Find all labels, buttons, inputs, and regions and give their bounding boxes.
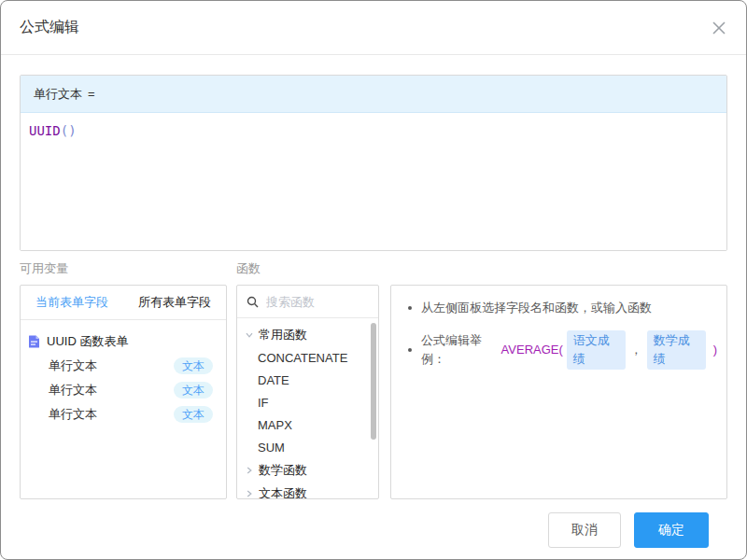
equals-sign: = <box>88 87 95 101</box>
function-search-bar <box>237 286 378 318</box>
group-label: 数学函数 <box>259 462 307 479</box>
group-common-functions[interactable]: 常用函数 <box>237 323 378 346</box>
tab-all-form-fields[interactable]: 所有表单字段 <box>123 286 226 319</box>
field-name: 单行文本 <box>49 406 97 423</box>
code-token-parens: () <box>61 123 77 138</box>
tip-close-paren: ) <box>713 341 717 359</box>
group-math-functions[interactable]: 数学函数 <box>237 458 378 482</box>
form-node-label: UUID 函数表单 <box>47 333 128 350</box>
form-document-icon <box>28 335 40 348</box>
cancel-button[interactable]: 取消 <box>548 512 621 548</box>
field-row[interactable]: 单行文本 文本 <box>21 354 226 378</box>
function-item-date[interactable]: DATE <box>237 369 378 391</box>
dialog-body: 单行文本 = UUID() 可用变量 当前表单字段 所有表单字段 <box>1 75 746 548</box>
variables-column: 可用变量 当前表单字段 所有表单字段 <box>20 260 227 499</box>
field-row[interactable]: 单行文本 文本 <box>21 402 226 427</box>
functions-label: 函数 <box>236 260 379 277</box>
tree-form-node[interactable]: UUID 函数表单 <box>21 329 226 354</box>
dialog-footer: 取消 确定 <box>20 499 727 548</box>
tips-column: 从左侧面板选择字段名和函数，或输入函数 公式编辑举例： AVERAGE( 语文成… <box>390 260 727 499</box>
variables-tree: UUID 函数表单 单行文本 文本 单行文本 文本 单行文本 文本 <box>21 320 226 427</box>
tip-text: 从左侧面板选择字段名和函数，或输入函数 <box>421 299 652 317</box>
tab-current-form-fields[interactable]: 当前表单字段 <box>21 286 123 319</box>
function-search-input[interactable] <box>266 295 369 309</box>
functions-column: 函数 <box>236 260 379 499</box>
group-label: 常用函数 <box>259 327 307 343</box>
code-token-function: UUID <box>29 123 61 138</box>
field-chip-chinese-score: 语文成绩 <box>567 330 626 370</box>
tip-comma: ， <box>630 341 642 359</box>
function-item-sum[interactable]: SUM <box>237 436 378 458</box>
formula-code-input[interactable]: UUID() <box>21 113 726 250</box>
field-name: 单行文本 <box>49 382 97 399</box>
field-type-badge: 文本 <box>174 382 213 399</box>
function-list: 常用函数 CONCATENATE DATE IF MAPX SUM 数学函数 <box>237 318 378 499</box>
function-list-scrollbar[interactable] <box>371 323 376 440</box>
field-row[interactable]: 单行文本 文本 <box>21 378 226 402</box>
formula-edit-dialog: 公式编辑 单行文本 = UUID() 可用变量 当前表 <box>0 0 747 560</box>
field-type-badge: 文本 <box>174 357 213 374</box>
field-chip-math-score: 数学成绩 <box>647 330 706 370</box>
formula-editor: 单行文本 = UUID() <box>20 75 727 251</box>
group-label: 文本函数 <box>259 485 307 500</box>
formula-target-field: 单行文本 <box>34 86 82 103</box>
confirm-button[interactable]: 确定 <box>634 512 709 548</box>
field-name: 单行文本 <box>49 357 97 374</box>
function-item-mapx[interactable]: MAPX <box>237 413 378 436</box>
functions-panel: 常用函数 CONCATENATE DATE IF MAPX SUM 数学函数 <box>236 285 379 499</box>
formula-target-bar: 单行文本 = <box>21 76 726 113</box>
bullet-dot <box>408 306 412 310</box>
bullet-dot <box>408 348 412 352</box>
chevron-right-icon <box>245 489 254 498</box>
variables-panel: 当前表单字段 所有表单字段 <box>20 285 227 499</box>
function-item-if[interactable]: IF <box>237 391 378 413</box>
tips-panel: 从左侧面板选择字段名和函数，或输入函数 公式编辑举例： AVERAGE( 语文成… <box>390 285 727 499</box>
dialog-title: 公式编辑 <box>20 18 79 37</box>
variables-tabs: 当前表单字段 所有表单字段 <box>21 286 226 320</box>
field-type-badge: 文本 <box>174 406 213 423</box>
tip-line-2: 公式编辑举例： AVERAGE( 语文成绩 ， 数学成绩 ) <box>404 330 717 370</box>
dialog-header: 公式编辑 <box>1 1 746 55</box>
search-icon <box>247 296 259 308</box>
group-text-functions[interactable]: 文本函数 <box>237 482 378 499</box>
close-icon[interactable] <box>711 20 727 36</box>
panels-row: 可用变量 当前表单字段 所有表单字段 <box>20 260 727 499</box>
tips-label-spacer <box>390 260 727 277</box>
chevron-down-icon <box>245 330 254 340</box>
tip-example-function: AVERAGE( <box>501 341 563 359</box>
chevron-right-icon <box>245 466 254 475</box>
tip-example-prefix: 公式编辑举例： <box>421 331 501 369</box>
tip-line-1: 从左侧面板选择字段名和函数，或输入函数 <box>404 299 717 317</box>
variables-label: 可用变量 <box>20 260 227 277</box>
function-item-concatenate[interactable]: CONCATENATE <box>237 346 378 369</box>
